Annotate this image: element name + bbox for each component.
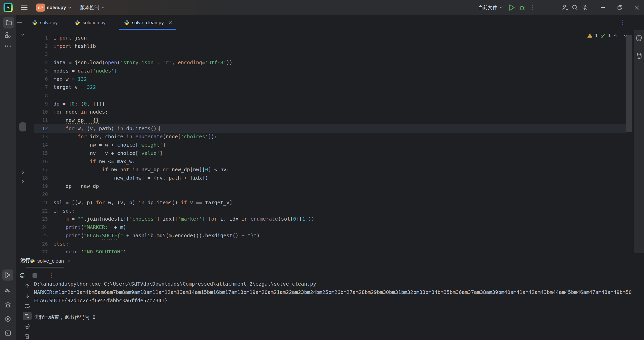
run-config-label: 当前文件 bbox=[478, 4, 497, 11]
scroll-to-end-button[interactable] bbox=[23, 312, 32, 320]
stop-button[interactable] bbox=[30, 271, 39, 280]
terminal-icon bbox=[5, 330, 11, 336]
line-number[interactable]: 2 bbox=[23, 42, 48, 50]
line-number[interactable]: 10 bbox=[23, 108, 48, 116]
line-number[interactable]: 7 bbox=[23, 83, 48, 91]
tab-options-button[interactable]: ⋮ bbox=[620, 19, 626, 25]
services-tool-window-button[interactable] bbox=[4, 315, 11, 322]
run-button[interactable] bbox=[507, 3, 517, 13]
line-number[interactable]: 26 bbox=[23, 240, 48, 248]
line-number[interactable]: 15 bbox=[23, 149, 48, 157]
editor-tab-strip: solve.py solution.py solve_clean.py ✕ ⋮ bbox=[16, 15, 644, 30]
stripe-divider bbox=[4, 28, 12, 28]
console-line: 进程已结束，退出代码为 0 bbox=[34, 313, 644, 321]
project-tool-window-button[interactable] bbox=[3, 17, 14, 28]
tab-close-icon[interactable]: ✕ bbox=[168, 20, 172, 26]
terminal-tool-window-button[interactable] bbox=[4, 329, 11, 336]
code-line: 17 if nw not in new_dp or new_dp[nw][0] … bbox=[16, 165, 634, 174]
code-editor[interactable]: 1import json2import hashlib34data = json… bbox=[16, 30, 634, 253]
python-file-icon bbox=[124, 20, 130, 25]
code-line: 10for node in nodes: bbox=[16, 108, 634, 116]
line-number[interactable]: 17 bbox=[23, 165, 48, 174]
line-number[interactable]: 3 bbox=[23, 50, 48, 58]
next-occurrence-button[interactable] bbox=[23, 292, 32, 300]
check-icon bbox=[600, 33, 606, 38]
line-number[interactable]: 8 bbox=[23, 91, 48, 100]
run-tab-close-icon[interactable]: ✕ bbox=[68, 259, 71, 263]
run-more-options-button[interactable]: ⋮ bbox=[47, 271, 56, 280]
line-number[interactable]: 11 bbox=[23, 116, 48, 124]
tab-solution-py[interactable]: solution.py bbox=[75, 15, 106, 30]
vcs-widget[interactable]: 版本控制 bbox=[80, 4, 105, 11]
code-line: 6max_w = 132 bbox=[16, 75, 634, 83]
more-tool-windows-button[interactable] bbox=[4, 43, 12, 49]
python-console-tool-window-button[interactable] bbox=[4, 301, 11, 308]
python-file-icon bbox=[75, 20, 80, 25]
debug-button[interactable] bbox=[517, 3, 527, 13]
line-number[interactable]: 14 bbox=[23, 141, 48, 149]
line-number[interactable]: 1 bbox=[23, 34, 48, 42]
line-number[interactable]: 6 bbox=[23, 75, 48, 83]
prev-occurrence-button[interactable] bbox=[23, 282, 32, 290]
print-button[interactable] bbox=[23, 322, 32, 330]
line-number[interactable]: 20 bbox=[23, 190, 48, 198]
code-text: dp = new_dp bbox=[53, 182, 99, 190]
code-text: import json bbox=[53, 34, 87, 42]
line-number[interactable]: 4 bbox=[23, 58, 48, 67]
line-number[interactable]: 27 bbox=[23, 248, 48, 253]
code-line: 16 if nw <= max_w: bbox=[16, 157, 634, 166]
code-line: 5nodes = data['nodes'] bbox=[16, 67, 634, 75]
line-number[interactable]: 24 bbox=[23, 223, 48, 231]
search-icon bbox=[571, 4, 578, 11]
next-problem-chevron-icon[interactable] bbox=[623, 34, 627, 37]
tab-solve-clean-py[interactable]: solve_clean.py ✕ bbox=[124, 15, 172, 30]
prev-problem-chevron-icon[interactable] bbox=[613, 34, 617, 37]
python-packages-tool-window-button[interactable] bbox=[4, 287, 11, 294]
code-text: print("MARKER:" + m) bbox=[53, 223, 126, 231]
line-number[interactable]: 19 bbox=[23, 182, 48, 190]
search-everywhere-button[interactable] bbox=[570, 3, 580, 13]
settings-button[interactable] bbox=[580, 3, 590, 13]
run-config-selector[interactable]: 当前文件 bbox=[478, 4, 503, 11]
add-user-icon bbox=[561, 4, 568, 11]
code-text: new_dp[nw] = (nv, path + [idx]) bbox=[53, 174, 208, 182]
clear-console-button[interactable] bbox=[23, 332, 32, 340]
run-tool-window: 运行 solve_clean ✕ ⋮ bbox=[16, 253, 644, 340]
editor-scrollbar[interactable] bbox=[626, 35, 632, 132]
line-number[interactable]: 22 bbox=[23, 207, 48, 215]
console-line bbox=[34, 305, 644, 313]
run-console-tab[interactable]: solve_clean ✕ bbox=[30, 255, 71, 266]
run-tool-window-button[interactable] bbox=[2, 269, 13, 281]
minimize-button[interactable] bbox=[598, 3, 608, 13]
more-actions-button[interactable]: ⋮ bbox=[527, 3, 537, 13]
line-number[interactable]: 18 bbox=[23, 174, 48, 182]
structure-tool-window-button[interactable] bbox=[4, 31, 12, 39]
code-text: nw = w + choice['weight'] bbox=[53, 141, 166, 149]
line-number[interactable]: 12 bbox=[23, 124, 48, 133]
close-button[interactable] bbox=[632, 3, 642, 13]
hide-stripe-handle[interactable] bbox=[17, 22, 22, 23]
line-number[interactable]: 25 bbox=[23, 231, 48, 240]
code-line: 20 bbox=[16, 190, 634, 198]
line-number[interactable]: 9 bbox=[23, 100, 48, 108]
rerun-button[interactable] bbox=[18, 271, 27, 280]
soft-wrap-button[interactable] bbox=[23, 302, 32, 310]
line-number[interactable]: 5 bbox=[23, 67, 48, 75]
inspection-widget[interactable]: 1 1 bbox=[587, 32, 627, 39]
ai-assistant-tool-window-button[interactable]: @ bbox=[635, 34, 643, 41]
line-number[interactable]: 23 bbox=[23, 215, 48, 223]
project-widget[interactable]: SP solve.py bbox=[36, 4, 72, 12]
run-panel-title: 运行 bbox=[20, 257, 30, 264]
code-line: 18 new_dp[nw] = (nv, path + [idx]) bbox=[16, 174, 634, 182]
tab-solve-py[interactable]: solve.py bbox=[32, 15, 58, 30]
database-tool-window-button[interactable] bbox=[635, 52, 643, 59]
line-number[interactable]: 13 bbox=[23, 132, 48, 141]
console-output[interactable]: D:\anaconda\python.exe C:\Users\SdTVdp\D… bbox=[34, 280, 644, 340]
restore-button[interactable] bbox=[615, 3, 625, 13]
main-menu-button[interactable] bbox=[19, 3, 29, 13]
code-line: 3 bbox=[16, 50, 634, 58]
code-text: m = "".join(nodes[i]['choices'][idx]['ma… bbox=[53, 215, 314, 223]
line-number[interactable]: 16 bbox=[23, 157, 48, 166]
line-number[interactable]: 21 bbox=[23, 198, 48, 207]
code-with-me-button[interactable] bbox=[560, 3, 570, 13]
